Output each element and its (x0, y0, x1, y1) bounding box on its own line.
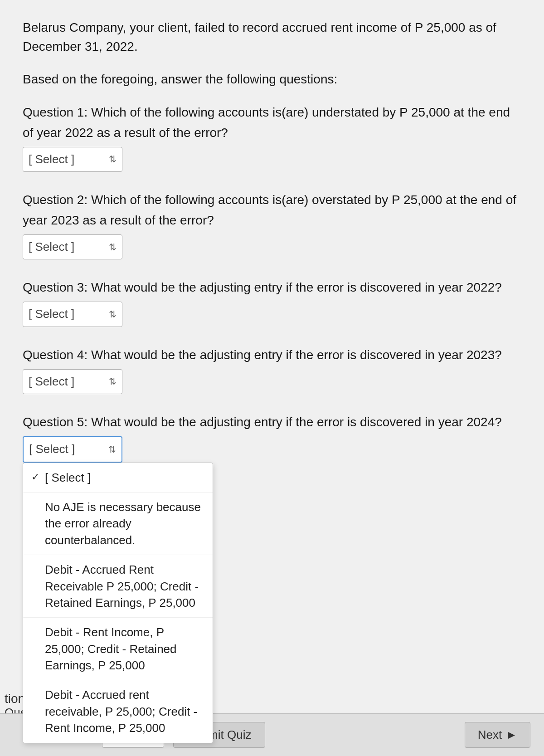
question-5-select[interactable]: [ Select ] ⇅ (23, 436, 122, 463)
option-2-text: No AJE is necessary because the error al… (45, 499, 204, 548)
question-3-block: Question 3: What would be the adjusting … (23, 278, 521, 327)
dropdown-option-3[interactable]: Debit - Accrued Rent Receivable P 25,000… (23, 555, 213, 618)
dropdown-option-5[interactable]: Debit - Accrued rent receivable, P 25,00… (23, 680, 213, 742)
option-4-text: Debit - Rent Income, P 25,000; Credit - … (45, 624, 204, 673)
question-3-text: Question 3: What would be the adjusting … (23, 280, 502, 294)
foregoing-content: Based on the foregoing, answer the follo… (23, 72, 337, 86)
question-4-select[interactable]: [ Select ] ⇅ (23, 369, 122, 395)
page-container: Belarus Company, your client, failed to … (0, 0, 544, 756)
option-3-text: Debit - Accrued Rent Receivable P 25,000… (45, 561, 204, 611)
question-1-text: Question 1: Which of the following accou… (23, 102, 521, 143)
question-4-block: Question 4: What would be the adjusting … (23, 345, 521, 394)
question-1-select[interactable]: [ Select ] ⇅ (23, 147, 122, 172)
question-4-text: Question 4: What would be the adjusting … (23, 348, 502, 362)
intro-text: Belarus Company, your client, failed to … (23, 18, 521, 56)
question-3-select[interactable]: [ Select ] ⇅ (23, 302, 122, 327)
check-icon: ✓ (31, 470, 40, 484)
dropdown-menu: ✓ [ Select ] No AJE is necessary because… (23, 463, 213, 743)
dropdown-option-2[interactable]: No AJE is necessary because the error al… (23, 493, 213, 555)
question-2-inline: Question 2: Which of the following accou… (23, 190, 521, 259)
question-2-select[interactable]: [ Select ] ⇅ (23, 234, 122, 260)
dropdown-option-1[interactable]: ✓ [ Select ] (23, 463, 213, 493)
question-3-select-label: [ Select ] (29, 305, 105, 324)
question-5-block: Question 5: What would be the adjusting … (23, 412, 521, 462)
question-2-select-label: [ Select ] (29, 238, 105, 257)
next-arrow-icon: ► (505, 728, 517, 742)
question-2-block: Question 2: Which of the following accou… (23, 190, 521, 259)
chevron-down-icon: ⇅ (109, 152, 117, 166)
chevron-down-icon-5: ⇅ (108, 442, 116, 457)
option-1-text: [ Select ] (45, 469, 204, 486)
question-4-select-label: [ Select ] (29, 372, 105, 391)
option-5-text: Debit - Accrued rent receivable, P 25,00… (45, 687, 204, 736)
intro-content: Belarus Company, your client, failed to … (23, 20, 496, 54)
question-2-text: Question 2: Which of the following accou… (23, 190, 521, 231)
chevron-down-icon-3: ⇅ (109, 307, 117, 322)
dropdown-option-4[interactable]: Debit - Rent Income, P 25,000; Credit - … (23, 618, 213, 680)
question-5-select-label: [ Select ] (29, 440, 105, 459)
question-1-block: Question 1: Which of the following accou… (23, 102, 521, 172)
next-label: Next (478, 728, 502, 742)
question-5-text: Question 5: What would be the adjusting … (23, 415, 502, 429)
question-1-inline: Question 1: Which of the following accou… (23, 102, 521, 172)
next-button[interactable]: Next ► (465, 722, 530, 748)
chevron-down-icon-4: ⇅ (109, 374, 117, 389)
question-1-select-label: [ Select ] (29, 150, 105, 169)
foregoing-text: Based on the foregoing, answer the follo… (23, 70, 521, 89)
chevron-down-icon-2: ⇅ (109, 240, 117, 254)
